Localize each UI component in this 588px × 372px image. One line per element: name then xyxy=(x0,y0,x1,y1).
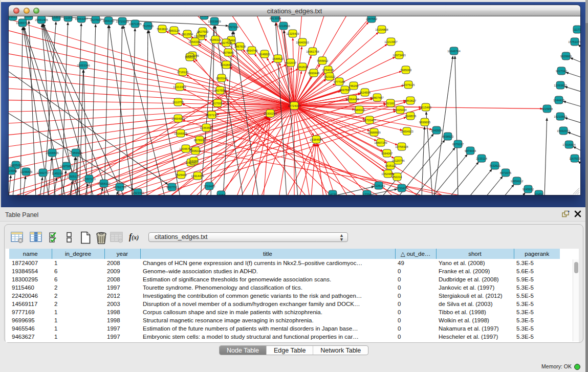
svg-text:9146821: 9146821 xyxy=(259,53,270,56)
svg-text:6497568: 6497568 xyxy=(339,89,351,92)
svg-text:17359928: 17359928 xyxy=(69,151,82,155)
svg-text:10719155: 10719155 xyxy=(116,20,128,23)
svg-text:19654983: 19654983 xyxy=(171,117,184,120)
svg-text:9227342: 9227342 xyxy=(556,70,567,73)
svg-text:10671355: 10671355 xyxy=(128,23,141,26)
svg-text:8960124: 8960124 xyxy=(168,29,180,32)
svg-text:11325419: 11325419 xyxy=(287,32,299,35)
svg-text:10033809: 10033809 xyxy=(208,20,221,23)
svg-text:8215958: 8215958 xyxy=(541,107,553,111)
svg-text:10756928: 10756928 xyxy=(395,145,408,148)
svg-text:1244415: 1244415 xyxy=(553,99,564,102)
svg-text:16210643: 16210643 xyxy=(554,115,567,118)
svg-text:14136: 14136 xyxy=(329,193,337,195)
svg-text:16099: 16099 xyxy=(190,160,198,163)
svg-text:1615112: 1615112 xyxy=(385,164,396,167)
svg-text:12942737: 12942737 xyxy=(36,171,49,174)
svg-text:1640954: 1640954 xyxy=(431,129,442,132)
svg-text:8186323: 8186323 xyxy=(210,38,221,41)
svg-text:9115460: 9115460 xyxy=(420,106,431,109)
svg-text:19654923: 19654923 xyxy=(400,130,413,133)
svg-text:15720407: 15720407 xyxy=(363,119,376,122)
svg-text:19384554: 19384554 xyxy=(310,138,322,141)
svg-text:16891: 16891 xyxy=(52,16,60,19)
svg-text:1621022: 1621022 xyxy=(324,75,335,78)
svg-text:16782759: 16782759 xyxy=(113,186,126,189)
svg-text:14835061: 14835061 xyxy=(9,164,22,167)
svg-text:7632621: 7632621 xyxy=(489,164,500,167)
svg-text:18931: 18931 xyxy=(200,16,208,17)
svg-text:1167533: 1167533 xyxy=(569,157,580,160)
svg-text:16120746: 16120746 xyxy=(391,159,404,162)
svg-text:2718120: 2718120 xyxy=(177,71,188,74)
svg-text:8454749: 8454749 xyxy=(246,49,257,52)
svg-text:7955812: 7955812 xyxy=(317,59,328,62)
svg-text:11173: 11173 xyxy=(574,28,580,31)
svg-text:989621: 989621 xyxy=(185,56,195,59)
svg-text:9329966: 9329966 xyxy=(560,55,572,58)
svg-text:8678334: 8678334 xyxy=(194,139,205,142)
svg-text:8813054: 8813054 xyxy=(270,17,281,20)
svg-text:17016504: 17016504 xyxy=(562,143,575,146)
svg-text:2649578: 2649578 xyxy=(405,115,416,118)
svg-text:7986322: 7986322 xyxy=(354,108,365,112)
svg-text:3716485: 3716485 xyxy=(204,185,215,188)
svg-text:9084067: 9084067 xyxy=(381,152,393,155)
svg-text:25300293: 25300293 xyxy=(264,112,276,115)
svg-text:10807487: 10807487 xyxy=(371,96,383,99)
svg-text:18807249: 18807249 xyxy=(374,141,387,144)
svg-text:19513: 19513 xyxy=(9,16,17,18)
svg-text:16961758: 16961758 xyxy=(306,50,319,53)
svg-text:10958107: 10958107 xyxy=(97,182,110,185)
svg-text:11353594: 11353594 xyxy=(200,126,213,129)
svg-text:17334: 17334 xyxy=(363,193,371,195)
svg-text:2867608: 2867608 xyxy=(234,45,246,48)
svg-text:20364436: 20364436 xyxy=(346,98,359,101)
svg-text:10653267: 10653267 xyxy=(75,17,88,20)
svg-text:15751074: 15751074 xyxy=(568,40,580,43)
svg-text:29053346: 29053346 xyxy=(77,64,90,67)
svg-text:9827500: 9827500 xyxy=(197,30,208,33)
svg-text:17957223: 17957223 xyxy=(82,178,95,181)
svg-text:20206536: 20206536 xyxy=(46,151,58,155)
svg-text:12505135: 12505135 xyxy=(67,175,79,178)
svg-text:10025438: 10025438 xyxy=(394,108,406,112)
svg-text:8912954: 8912954 xyxy=(182,33,193,36)
svg-text:8322037: 8322037 xyxy=(285,61,296,64)
svg-text:10688609: 10688609 xyxy=(367,131,380,134)
svg-text:2087652: 2087652 xyxy=(366,17,377,20)
svg-text:12093822: 12093822 xyxy=(554,84,567,87)
svg-text:6879197: 6879197 xyxy=(452,143,464,146)
svg-text:19166825: 19166825 xyxy=(174,132,187,135)
svg-text:7663822: 7663822 xyxy=(157,28,168,31)
svg-text:6794028: 6794028 xyxy=(322,69,334,72)
svg-text:7625402: 7625402 xyxy=(176,173,187,177)
svg-text:12213369: 12213369 xyxy=(173,85,186,89)
svg-text:16914479: 16914479 xyxy=(191,174,204,178)
svg-text:746266: 746266 xyxy=(349,84,359,87)
svg-text:9327508: 9327508 xyxy=(221,41,232,45)
svg-text:12375115: 12375115 xyxy=(402,83,415,86)
svg-text:3624554: 3624554 xyxy=(359,91,371,94)
svg-text:9777169: 9777169 xyxy=(334,80,345,83)
svg-text:15692971: 15692971 xyxy=(557,129,570,133)
svg-text:12213967: 12213967 xyxy=(384,40,397,43)
svg-text:7515526: 7515526 xyxy=(142,25,154,28)
svg-text:8427552: 8427552 xyxy=(214,89,226,92)
svg-text:14136141: 14136141 xyxy=(372,184,385,187)
svg-text:9699695: 9699695 xyxy=(419,121,430,124)
svg-text:16543382: 16543382 xyxy=(188,40,201,43)
svg-text:1610755: 1610755 xyxy=(172,101,184,104)
svg-text:9498222: 9498222 xyxy=(190,149,201,152)
svg-text:8267130: 8267130 xyxy=(206,114,217,117)
svg-text:10654112: 10654112 xyxy=(511,180,524,183)
svg-text:1588520: 1588520 xyxy=(272,57,284,60)
svg-text:1733426: 1733426 xyxy=(396,187,407,190)
svg-text:18640910: 18640910 xyxy=(296,41,309,44)
svg-text:16648784: 16648784 xyxy=(447,50,460,53)
svg-text:13226058: 13226058 xyxy=(194,35,207,38)
svg-text:62160: 62160 xyxy=(386,102,395,105)
svg-text:17164: 17164 xyxy=(217,193,225,195)
svg-text:21053: 21053 xyxy=(64,16,72,19)
svg-text:11156829: 11156829 xyxy=(20,170,32,173)
